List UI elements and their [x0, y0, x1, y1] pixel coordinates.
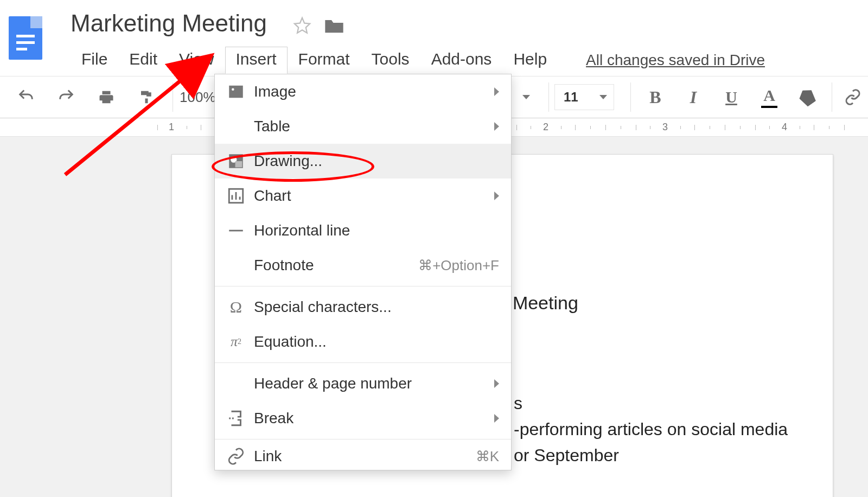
insert-hline-label: Horizontal line	[254, 222, 350, 239]
svg-rect-4	[235, 161, 242, 167]
footnote-icon	[227, 256, 245, 275]
insert-link-label: Link	[254, 448, 282, 465]
insert-dropdown: Image Table Drawing... Chart Horizontal …	[214, 74, 512, 470]
horizontal-line-icon	[227, 221, 245, 240]
chevron-right-icon	[494, 414, 499, 423]
bold-icon: B	[649, 87, 661, 107]
ruler-tick-1: 1	[169, 122, 174, 133]
ruler-tick-4: 4	[782, 122, 787, 133]
chevron-down-icon[interactable]	[522, 95, 530, 99]
special-characters-icon: Ω	[227, 298, 245, 316]
insert-chart[interactable]: Chart	[215, 179, 511, 213]
chevron-right-icon	[494, 379, 499, 388]
insert-horizontal-line[interactable]: Horizontal line	[215, 213, 511, 248]
menu-file[interactable]: File	[71, 47, 118, 74]
menu-bar: File Edit View Insert Format Tools Add-o…	[71, 47, 765, 74]
break-icon	[227, 409, 245, 428]
insert-footnote[interactable]: Footnote ⌘+Option+F	[215, 248, 511, 283]
insert-break[interactable]: Break	[215, 401, 511, 436]
table-icon	[227, 117, 245, 136]
link-icon	[227, 447, 245, 466]
italic-icon: I	[690, 87, 697, 107]
insert-drawing-label: Drawing...	[254, 152, 322, 170]
ruler-tick-2: 2	[543, 122, 548, 133]
insert-chart-label: Chart	[254, 187, 291, 205]
menu-divider	[215, 362, 511, 363]
insert-special-characters[interactable]: Ω Special characters...	[215, 290, 511, 324]
menu-insert[interactable]: Insert	[225, 47, 288, 74]
text-color-icon: A	[761, 86, 777, 108]
chevron-right-icon	[494, 87, 499, 96]
chevron-down-icon	[599, 95, 607, 99]
toolbar-divider	[173, 82, 173, 112]
insert-link[interactable]: Link ⌘K	[215, 443, 511, 470]
font-size-selector[interactable]: 11	[554, 84, 614, 110]
header-icon	[227, 374, 245, 393]
font-size-value: 11	[564, 90, 578, 105]
equation-icon: π2	[227, 333, 245, 351]
folder-icon[interactable]	[323, 16, 345, 35]
paint-format-button[interactable]	[130, 84, 163, 110]
zoom-value: 100%	[180, 89, 216, 106]
menu-help[interactable]: Help	[502, 47, 558, 74]
body-line-2: -performing articles on social media	[514, 416, 800, 442]
insert-header-label: Header & page number	[254, 375, 412, 392]
menu-edit[interactable]: Edit	[118, 47, 168, 74]
print-button[interactable]	[90, 84, 123, 110]
underline-icon: U	[725, 88, 737, 106]
svg-marker-0	[295, 18, 310, 33]
insert-image[interactable]: Image	[215, 74, 511, 109]
highlight-icon	[796, 86, 819, 109]
svg-point-1	[232, 88, 234, 91]
menu-tools[interactable]: Tools	[361, 47, 420, 74]
toolbar-divider	[832, 82, 832, 112]
body-line-1: s	[514, 390, 800, 416]
footnote-shortcut: ⌘+Option+F	[418, 257, 499, 274]
insert-table[interactable]: Table	[215, 109, 511, 144]
menu-view[interactable]: View	[168, 47, 225, 74]
insert-equation[interactable]: π2 Equation...	[215, 324, 511, 359]
italic-button[interactable]: I	[674, 84, 712, 110]
document-title[interactable]: Marketing Meeting	[71, 10, 267, 37]
menu-divider	[215, 439, 511, 439]
insert-drawing[interactable]: Drawing...	[215, 144, 511, 179]
title-bar: Marketing Meeting File Edit View Insert …	[0, 0, 868, 76]
toolbar-divider	[548, 82, 549, 112]
insert-equation-label: Equation...	[254, 333, 327, 351]
zoom-dropdown[interactable]: 100%	[180, 84, 216, 110]
link-shortcut: ⌘K	[476, 448, 499, 465]
undo-button[interactable]	[10, 84, 42, 110]
toolbar-right: 11 B I U A	[522, 77, 868, 118]
chevron-right-icon	[494, 192, 499, 200]
insert-special-label: Special characters...	[254, 298, 392, 316]
highlight-color-button[interactable]	[788, 84, 826, 110]
drawing-icon	[227, 152, 245, 170]
text-color-button[interactable]: A	[750, 84, 788, 110]
chevron-right-icon	[494, 122, 499, 131]
insert-table-label: Table	[254, 118, 290, 135]
insert-footnote-label: Footnote	[254, 257, 314, 274]
save-status[interactable]: All changes saved in Drive	[586, 52, 765, 69]
ruler-tick-3: 3	[662, 122, 668, 133]
star-icon[interactable]	[293, 16, 311, 35]
body-line-3: or September	[514, 442, 800, 468]
insert-header-page-number[interactable]: Header & page number	[215, 366, 511, 401]
underline-button[interactable]: U	[712, 84, 750, 110]
menu-add-ons[interactable]: Add-ons	[420, 47, 503, 74]
toolbar-divider	[630, 82, 631, 112]
image-icon	[227, 82, 245, 101]
chart-icon	[227, 187, 245, 205]
menu-format[interactable]: Format	[288, 47, 361, 74]
insert-image-label: Image	[254, 83, 296, 100]
bold-button[interactable]: B	[636, 84, 674, 110]
insert-link-button[interactable]	[838, 84, 868, 110]
docs-app-icon[interactable]	[9, 16, 42, 60]
menu-divider	[215, 286, 511, 286]
redo-button[interactable]	[50, 84, 82, 110]
insert-break-label: Break	[254, 410, 293, 427]
